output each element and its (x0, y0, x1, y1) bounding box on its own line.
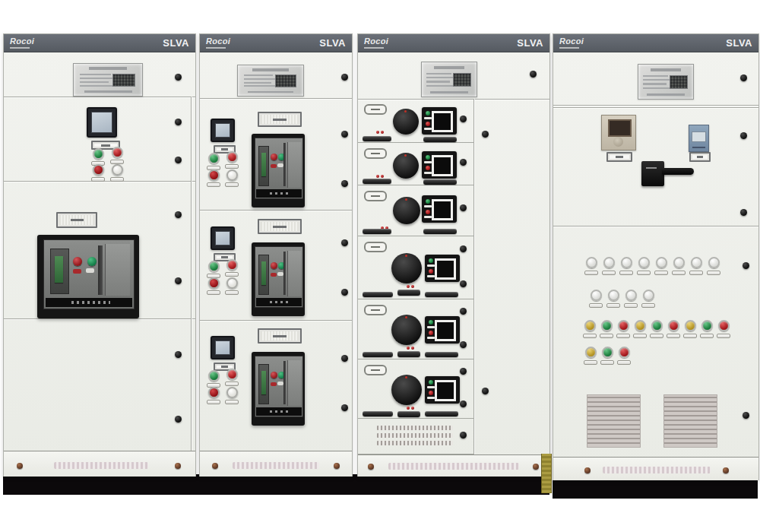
feeder-tag-text (273, 226, 287, 228)
meter-screen (215, 123, 230, 138)
meter-screen (215, 231, 230, 245)
drawer-indicators (407, 347, 414, 350)
plinth-vent (388, 463, 519, 470)
indicator-label (225, 382, 239, 386)
door-gap (191, 97, 192, 451)
red-indicator-light (407, 347, 410, 350)
cable-door-knob (482, 388, 489, 394)
plinth-vent (603, 467, 711, 473)
meter-display (432, 155, 453, 176)
led-label (424, 205, 432, 207)
drawer-handle (425, 411, 458, 416)
indicator-row-2 (589, 290, 655, 308)
vent-slots (377, 433, 453, 438)
cabinet-base-left (3, 474, 549, 495)
drawer-knob (460, 341, 467, 348)
drawer-handle (363, 411, 393, 416)
red-indicator-light (226, 259, 238, 271)
button-group (205, 277, 222, 295)
button-label (225, 400, 239, 404)
indicator-label (689, 271, 703, 275)
drawer-handle (425, 292, 458, 297)
door-knob (341, 404, 348, 411)
meter-tag-text (221, 366, 228, 368)
relay-dial (613, 137, 623, 147)
nameplate-line (80, 85, 112, 87)
acb-racking-marks (71, 301, 110, 304)
indicator-label (606, 303, 620, 308)
panel-mcc-drawers: Rocoi SLVA (357, 33, 550, 477)
nameplate-line (80, 74, 111, 75)
indicator-label (672, 271, 686, 275)
acb-left-column (258, 364, 269, 404)
nameplate-line (643, 79, 670, 81)
acb-face (255, 246, 303, 309)
indicator-label (667, 334, 680, 338)
plinth (553, 457, 758, 480)
indicator-light-group (654, 257, 668, 275)
feeder-meter (211, 119, 235, 142)
door-knob (175, 74, 182, 81)
white-indicator-light (621, 257, 632, 268)
drawer-indicators (376, 175, 384, 178)
acb-off-button (271, 154, 277, 160)
door-knob (743, 412, 749, 419)
indicator-label (683, 334, 697, 338)
circuit-tag-text (71, 219, 84, 221)
stop-indicator-group (109, 147, 125, 164)
red-indicator-light (381, 175, 384, 178)
acb-indicator-flag (73, 269, 81, 274)
drawer-tag (364, 242, 387, 252)
nameplate-line (244, 78, 277, 80)
acb-left-column (50, 249, 68, 294)
acb-right-face (287, 251, 301, 296)
indicator-group (205, 153, 222, 170)
yellow-indicator-light (585, 347, 597, 358)
plinth-screw (368, 464, 374, 470)
nameplate-title (89, 67, 127, 70)
indicator-light-group (624, 290, 638, 308)
white-pushbutton (112, 164, 123, 176)
acb-racking-marks (270, 410, 290, 413)
device-tag (689, 152, 711, 162)
meter-display (435, 380, 456, 401)
red-pushbutton (93, 164, 104, 176)
button-label (225, 182, 239, 187)
drawer-tag (364, 365, 387, 375)
led-label (427, 337, 435, 339)
wood-strip (541, 454, 552, 493)
indicator-light-group (641, 290, 655, 308)
brand-logo-tagline (206, 47, 226, 49)
drawer-tag (364, 148, 387, 159)
protection-relay (601, 115, 636, 150)
air-circuit-breaker (252, 242, 305, 316)
drawer-knob (460, 308, 467, 315)
indicator-light-group (584, 347, 597, 365)
plinth (200, 451, 352, 477)
yellow-indicator-light (635, 320, 646, 331)
mcc-drawer-6 (358, 359, 473, 419)
drawer-control-unit (422, 195, 457, 223)
acb-face (43, 239, 135, 309)
indicator-light-group (600, 347, 614, 365)
led-label (424, 117, 432, 119)
feeder-tag (258, 328, 302, 344)
model-label: SLVA (517, 37, 543, 49)
door-knob (740, 132, 747, 139)
drawer-tag-text (371, 195, 380, 197)
acb-rail (283, 361, 286, 404)
indicator-label (717, 334, 730, 338)
acb-on-button (87, 257, 97, 266)
drawer-knob (460, 432, 467, 439)
indicator-label (584, 360, 597, 365)
red-indicator-light (411, 407, 414, 410)
indicator-light-group (606, 290, 620, 308)
green-indicator-light (429, 320, 433, 325)
red-indicator-light (112, 147, 123, 158)
acb-indicator-flag (277, 272, 283, 276)
red-indicator-light (407, 407, 410, 410)
plinth-vent (233, 462, 319, 469)
acb-left-column (258, 146, 269, 186)
led-label (424, 172, 432, 174)
acb-right-face (287, 142, 301, 188)
